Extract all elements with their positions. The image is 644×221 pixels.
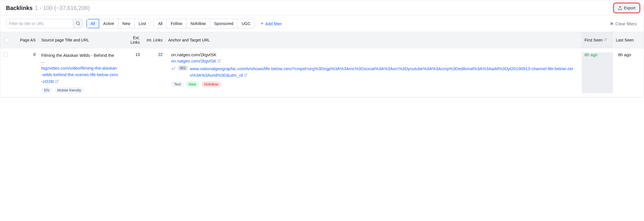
redirect-code-badge: 301 [177, 65, 188, 71]
row-checkbox[interactable] [3, 52, 8, 57]
seg-status-lost[interactable]: Lost [135, 19, 150, 28]
seg-status-active[interactable]: Active [99, 19, 118, 28]
col-ext-links[interactable]: Ext. Links [121, 32, 143, 48]
col-anchor[interactable]: Anchor and Target URL [165, 32, 582, 48]
page-title: Backlinks [6, 5, 32, 11]
int-links-value: 22 [143, 52, 165, 93]
sort-desc-icon [604, 38, 608, 43]
add-filter-label: Add filter [265, 21, 282, 26]
new-badge: New [186, 81, 199, 87]
search-button[interactable] [73, 19, 83, 28]
link-type-badge: Text [171, 81, 184, 87]
anchor-text: on.natgeo.com/2kgvtSK [171, 52, 579, 57]
anchor-url-link[interactable]: on.natgeo.com/2kgvtSK [171, 59, 221, 63]
col-page-as[interactable]: Page AS [13, 32, 38, 48]
lang-badge: EN [41, 87, 52, 93]
ext-links-value: 13 [121, 52, 143, 93]
seg-type-ugc[interactable]: UGC [238, 19, 255, 28]
close-icon: ✕ [610, 21, 614, 26]
seg-type-sponsored[interactable]: Sponsored [210, 19, 238, 28]
col-first-seen[interactable]: First Seen [582, 32, 613, 48]
clear-filters-button[interactable]: ✕ Clear filters [608, 19, 639, 28]
col-int-links[interactable]: Int. Links [143, 32, 165, 48]
svg-line-6 [56, 80, 58, 82]
mobile-friendly-badge: Mobile friendly [54, 87, 84, 93]
seg-type-follow[interactable]: Follow [167, 19, 186, 28]
plus-icon: + [261, 21, 264, 26]
col-checkbox [0, 32, 13, 48]
seg-status-all[interactable]: All [87, 19, 99, 28]
export-label: Export [624, 6, 635, 10]
table-row: 0 Filming the Alaskan Wilds - Behind the… [0, 48, 644, 97]
status-segmented: All Active New Lost [86, 19, 150, 28]
export-button[interactable]: Export [614, 4, 639, 12]
search-container [6, 19, 83, 28]
svg-line-8 [245, 74, 247, 76]
add-filter-button[interactable]: + Add filter [258, 19, 284, 28]
type-segmented: All Follow Nofollow Sponsored UGC [154, 19, 255, 28]
external-link-icon [217, 58, 221, 64]
page-as-value: 0 [13, 52, 38, 93]
header-bar: Backlinks 1 - 100 (~37,616,208) Export [0, 0, 644, 15]
select-all-checkbox[interactable] [4, 38, 9, 42]
nofollow-badge: Nofollow [201, 81, 221, 87]
seg-status-new[interactable]: New [118, 19, 135, 28]
search-input[interactable] [6, 19, 73, 28]
table-header: Page AS Source page Title and URL Ext. L… [0, 32, 644, 48]
clear-filters-label: Clear filters [615, 21, 637, 26]
external-link-icon [244, 72, 247, 79]
upload-icon [618, 6, 622, 10]
source-title: Filming the Alaskan Wilds - Behind the .… [41, 52, 118, 64]
col-source[interactable]: Source page Title and URL [38, 32, 121, 48]
first-seen-label: First Seen [584, 38, 603, 42]
search-icon [76, 21, 80, 26]
svg-line-7 [219, 60, 221, 61]
source-url-link[interactable]: bigzvideo.com/video/filming-the-alaskan-… [41, 66, 118, 84]
redirect-icon [171, 66, 176, 72]
seg-type-all[interactable]: All [154, 19, 167, 28]
result-count: 1 - 100 (~37,616,208) [35, 5, 90, 11]
filters-bar: All Active New Lost All Follow Nofollow … [0, 15, 644, 32]
first-seen-value: 8h ago [584, 52, 598, 57]
svg-line-2 [79, 24, 80, 25]
seg-type-nofollow[interactable]: Nofollow [186, 19, 210, 28]
title-container: Backlinks 1 - 100 (~37,616,208) [6, 5, 90, 11]
target-url-link[interactable]: www.nationalgeographic.com/tv/shows/life… [190, 65, 579, 79]
last-seen-value: 8h ago [618, 52, 631, 57]
col-last-seen[interactable]: Last Seen [613, 32, 644, 48]
external-link-icon [55, 78, 59, 85]
